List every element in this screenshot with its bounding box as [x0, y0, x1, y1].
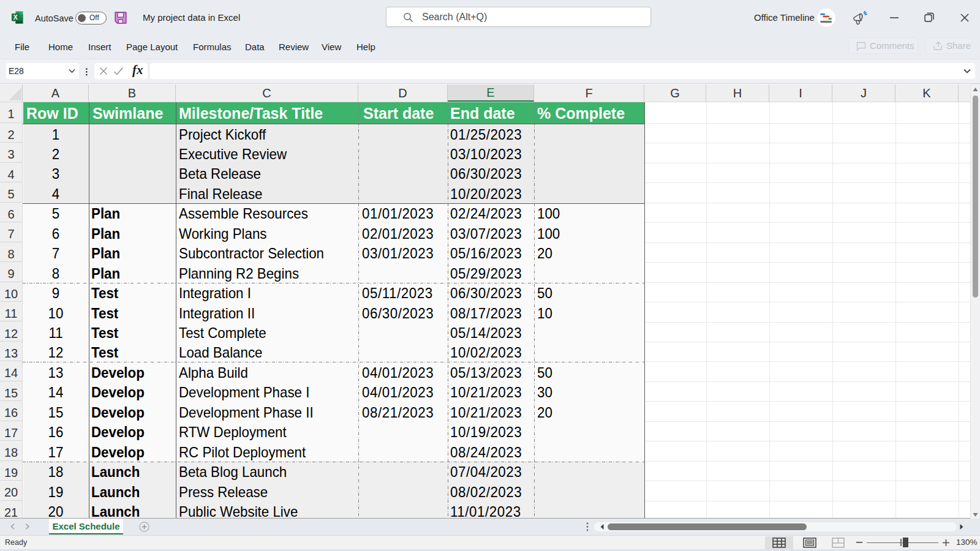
svg-text:X: X [13, 13, 18, 21]
